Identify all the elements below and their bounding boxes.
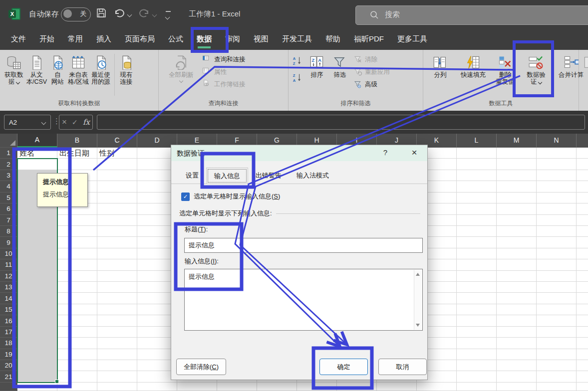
column-header-partial[interactable] — [577, 134, 588, 148]
ribbon-button-来自表格/区域[interactable]: 来自表格/区域 — [66, 52, 90, 86]
cell-N9[interactable] — [537, 237, 577, 248]
ribbon-button-排序[interactable]: ZA排序 — [305, 52, 328, 79]
ribbon-button-从文本/CSV[interactable]: 从文本/CSV — [25, 52, 49, 86]
column-header-L[interactable]: L — [457, 134, 497, 148]
cell-N2[interactable] — [537, 159, 577, 170]
row-header-20[interactable]: 20 — [0, 360, 17, 371]
cell-C8[interactable] — [97, 226, 137, 237]
ribbon-button-快速填充[interactable]: 快速填充 — [454, 52, 492, 79]
ribbon-tab-页面布局[interactable]: 页面布局 — [125, 34, 155, 44]
select-all-corner[interactable] — [0, 134, 17, 148]
cell-partial-20[interactable] — [577, 360, 588, 371]
ribbon-tab-公式[interactable]: 公式 — [168, 34, 183, 44]
title-field-input[interactable]: 提示信息 — [184, 238, 423, 253]
cell-partial-14[interactable] — [577, 293, 588, 304]
clear-all-button[interactable]: 全部清除(C) — [176, 359, 226, 375]
row-header-2[interactable]: 2 — [0, 159, 17, 170]
row-header-8[interactable]: 8 — [0, 226, 17, 237]
cell-B7[interactable] — [57, 215, 97, 226]
cell-M14[interactable] — [497, 293, 537, 304]
cell-M9[interactable] — [497, 237, 537, 248]
cell-M6[interactable] — [497, 203, 537, 214]
cell-A16[interactable] — [17, 315, 57, 326]
cell-N18[interactable] — [537, 338, 577, 349]
cell-M13[interactable] — [497, 282, 537, 293]
cell-partial-5[interactable] — [577, 193, 588, 203]
cell-L9[interactable] — [457, 237, 497, 248]
row-header-15[interactable]: 15 — [0, 304, 17, 315]
row-header-1[interactable]: 1 — [0, 148, 17, 159]
cell-M10[interactable] — [497, 248, 537, 259]
cell-partial-13[interactable] — [577, 282, 588, 293]
ribbon-tab-视图[interactable]: 视图 — [254, 34, 269, 44]
cell-M15[interactable] — [497, 304, 537, 315]
column-header-A[interactable]: A — [17, 134, 57, 148]
cell-partial-6[interactable] — [577, 203, 588, 214]
row-header-7[interactable]: 7 — [0, 215, 17, 226]
cell-A21[interactable] — [17, 371, 57, 382]
ribbon-tab-开发工具[interactable]: 开发工具 — [282, 34, 312, 44]
cell-L1[interactable] — [457, 148, 497, 159]
row-header-16[interactable]: 16 — [0, 315, 17, 326]
customize-qat-icon[interactable] — [166, 11, 171, 21]
cell-A1[interactable]: 姓名 — [17, 148, 57, 159]
cell-N3[interactable] — [537, 170, 577, 181]
cell-C17[interactable] — [97, 327, 137, 338]
cell-L18[interactable] — [457, 338, 497, 349]
cell-C1[interactable]: 性别 — [97, 148, 137, 159]
cell-partial-11[interactable] — [577, 259, 588, 270]
cell-M2[interactable] — [497, 159, 537, 170]
cell-N19[interactable] — [537, 349, 577, 360]
cell-B10[interactable] — [57, 248, 97, 259]
cell-L5[interactable] — [457, 193, 497, 203]
cell-C9[interactable] — [97, 237, 137, 248]
scroll-down-icon[interactable] — [416, 324, 420, 327]
cell-B17[interactable] — [57, 327, 97, 338]
cell-partial-12[interactable] — [577, 271, 588, 282]
row-header-10[interactable]: 10 — [0, 248, 17, 259]
row-header-12[interactable]: 12 — [0, 271, 17, 282]
cell-A15[interactable] — [17, 304, 57, 315]
row-header-6[interactable]: 6 — [0, 203, 17, 214]
ribbon-button-分列[interactable]: 分列 — [426, 52, 454, 79]
cell-partial-4[interactable] — [577, 181, 588, 192]
row-header-21[interactable]: 21 — [0, 371, 17, 382]
cell-B13[interactable] — [57, 282, 97, 293]
cell-B12[interactable] — [57, 271, 97, 282]
cell-M16[interactable] — [497, 315, 537, 326]
ribbon-tab-文件[interactable]: 文件 — [11, 34, 26, 44]
save-icon[interactable] — [96, 7, 107, 18]
undo-icon[interactable] — [114, 8, 125, 18]
cell-A14[interactable] — [17, 293, 57, 304]
ribbon-tab-数据[interactable]: 数据 — [197, 34, 212, 44]
cell-L12[interactable] — [457, 271, 497, 282]
cell-A11[interactable] — [17, 259, 57, 270]
ribbon-button-查询和连接[interactable]: 查询和连接 — [203, 55, 246, 64]
cell-B8[interactable] — [57, 226, 97, 237]
cell-B21[interactable] — [57, 371, 97, 382]
cell-L11[interactable] — [457, 259, 497, 270]
cell-partial-8[interactable] — [577, 226, 588, 237]
row-header-14[interactable]: 14 — [0, 293, 17, 304]
row-header-17[interactable]: 17 — [0, 327, 17, 338]
cell-L21[interactable] — [457, 371, 497, 382]
ribbon-tab-常用[interactable]: 常用 — [68, 34, 83, 44]
cell-M12[interactable] — [497, 271, 537, 282]
cell-partial-3[interactable] — [577, 170, 588, 181]
cell-L14[interactable] — [457, 293, 497, 304]
row-header-13[interactable]: 13 — [0, 282, 17, 293]
column-header-M[interactable]: M — [497, 134, 537, 148]
cell-A17[interactable] — [17, 327, 57, 338]
dialog-tab-输入信息[interactable]: 输入信息 — [206, 168, 248, 184]
row-header-11[interactable]: 11 — [0, 259, 17, 270]
row-header-3[interactable]: 3 — [0, 170, 17, 181]
cell-partial-19[interactable] — [577, 349, 588, 360]
name-box-chevron[interactable] — [41, 120, 46, 125]
cell-A19[interactable] — [17, 349, 57, 360]
cell-M7[interactable] — [497, 215, 537, 226]
cell-C4[interactable] — [97, 181, 137, 192]
cell-L3[interactable] — [457, 170, 497, 181]
cell-C18[interactable] — [97, 338, 137, 349]
ribbon-tab-开始[interactable]: 开始 — [39, 34, 54, 44]
cell-L13[interactable] — [457, 282, 497, 293]
